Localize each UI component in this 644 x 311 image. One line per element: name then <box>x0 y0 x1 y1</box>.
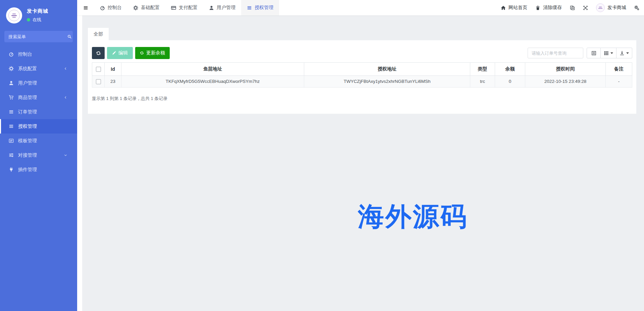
bars-icon <box>83 5 88 10</box>
tab-all[interactable]: 全部 <box>88 28 109 40</box>
trash-icon <box>535 5 540 10</box>
caret-down-icon <box>626 52 629 54</box>
gauge-icon <box>9 52 14 57</box>
cell-id: 23 <box>105 76 121 88</box>
account-label: 发卡商城 <box>607 5 626 11</box>
sidebar-item-system-config[interactable]: 系统配置 <box>0 61 77 76</box>
user-icon <box>209 5 214 10</box>
topnav-tab-label: 控制台 <box>108 5 122 11</box>
gear-icon <box>133 5 138 10</box>
sidebar-search[interactable] <box>4 31 73 42</box>
list-alt-icon <box>591 51 596 56</box>
toggle-view-button[interactable] <box>587 48 601 58</box>
cart-icon <box>9 95 14 100</box>
col-header-type[interactable]: 类型 <box>470 63 495 76</box>
sidebar-item-order-management[interactable]: 订单管理 <box>0 105 77 119</box>
columns-grid-icon <box>604 51 609 56</box>
refresh-button[interactable] <box>92 47 105 59</box>
row-checkbox[interactable] <box>96 79 101 84</box>
menu-search-input[interactable] <box>8 34 67 39</box>
sidebar-item-label: 授权管理 <box>18 123 37 129</box>
edit-button-label: 编辑 <box>118 50 128 56</box>
brand-title: 发卡商城 <box>27 8 48 14</box>
sidebar-item-label: 控制台 <box>18 51 32 57</box>
brand-logo <box>8 10 20 21</box>
expand-icon <box>583 5 588 10</box>
main-area: 全部 编辑 更新余额 <box>77 15 644 311</box>
home-icon <box>501 5 506 10</box>
topnav-tab-dashboard[interactable]: 控制台 <box>94 0 127 15</box>
gear-icon <box>9 66 14 71</box>
online-dot <box>27 18 30 21</box>
avatar[interactable] <box>6 7 22 23</box>
cell-balance: 0 <box>495 76 525 88</box>
site-home-label: 网站首页 <box>508 5 527 11</box>
sidebar-item-template-management[interactable]: 模板管理 <box>0 134 77 148</box>
sidebar-item-plugin-management[interactable]: 插件管理 <box>0 162 77 177</box>
topnav-tab-auth-management[interactable]: 授权管理 <box>241 0 279 15</box>
col-header-balance[interactable]: 余额 <box>495 63 525 76</box>
sidebar-item-product-management[interactable]: 商品管理 <box>0 90 77 105</box>
sidebar-header: 发卡商城 在线 <box>0 0 77 25</box>
refresh-icon <box>96 51 101 56</box>
topnav-tab-basic-config[interactable]: 基础配置 <box>127 0 165 15</box>
sidebar-item-dashboard[interactable]: 控制台 <box>0 47 77 61</box>
records-summary: 显示第 1 到第 1 条记录，总共 1 条记录 <box>92 96 632 102</box>
sidebar-item-label: 系统配置 <box>18 66 37 72</box>
toolbar-right <box>528 48 632 58</box>
search-icon[interactable] <box>67 35 71 39</box>
edit-button[interactable]: 编辑 <box>107 47 133 59</box>
topbar-right: 网站首页 清除缓存 发卡商城 <box>501 0 644 15</box>
update-balance-label: 更新余额 <box>146 50 165 56</box>
plug-icon <box>9 167 14 172</box>
account-menu[interactable]: 发卡商城 <box>596 3 626 12</box>
language-switch-button[interactable] <box>570 5 575 10</box>
site-home-link[interactable]: 网站首页 <box>501 5 527 11</box>
sidebar-menu: 控制台 系统配置 用户管理 商品管理 订单管理 授权管理 模板管理 <box>0 47 77 177</box>
col-header-auth-time[interactable]: 授权时间 <box>525 63 606 76</box>
order-search-input[interactable] <box>528 48 583 58</box>
cogs-icon <box>634 5 639 10</box>
clear-cache-button[interactable]: 清除缓存 <box>535 5 562 11</box>
sidebar-item-user-management[interactable]: 用户管理 <box>0 76 77 90</box>
cell-auth-time: 2022-10-15 23:49:28 <box>525 76 606 88</box>
refresh-icon <box>140 51 144 55</box>
sidebar-item-label: 商品管理 <box>18 95 37 101</box>
sidebar-item-integration-management[interactable]: 对接管理 <box>0 148 77 162</box>
online-status: 在线 <box>27 17 48 23</box>
filter-tabs-row: 全部 <box>82 15 644 40</box>
col-header-id[interactable]: Id <box>105 63 121 76</box>
sidebar-item-label: 插件管理 <box>18 167 37 173</box>
settings-button[interactable] <box>634 5 639 10</box>
list-icon <box>247 5 252 10</box>
columns-button[interactable] <box>601 48 616 58</box>
fullscreen-button[interactable] <box>583 5 588 10</box>
sidebar-item-label: 用户管理 <box>18 80 37 86</box>
table-header-row: Id 鱼苗地址 授权地址 类型 余额 授权时间 备注 <box>92 63 632 76</box>
col-header-seed-address[interactable]: 鱼苗地址 <box>121 63 304 76</box>
sidebar-item-label: 模板管理 <box>18 138 37 144</box>
template-icon <box>9 138 14 143</box>
col-header-auth-address[interactable]: 授权地址 <box>304 63 470 76</box>
hamburger-menu-icon[interactable] <box>77 0 94 15</box>
table-row[interactable]: 23 TKFqXMyfrD5G5WccEBHuaqDXworPSYm7hz TW… <box>92 76 632 88</box>
auth-table: Id 鱼苗地址 授权地址 类型 余额 授权时间 备注 23 TKFqXMyfrD… <box>92 62 632 88</box>
table-toolbar: 编辑 更新余额 <box>92 47 632 59</box>
export-button[interactable] <box>616 48 632 58</box>
cell-seed-address: TKFqXMyfrD5G5WccEBHuaqDXworPSYm7hz <box>121 76 304 88</box>
export-icon <box>620 51 625 56</box>
caret-down-icon <box>610 52 613 54</box>
topnav-tab-payment-config[interactable]: 支付配置 <box>165 0 203 15</box>
table-panel: 编辑 更新余额 <box>88 40 636 114</box>
update-balance-button[interactable]: 更新余额 <box>135 47 170 59</box>
col-header-remark[interactable]: 备注 <box>606 63 632 76</box>
sidebar-item-auth-management[interactable]: 授权管理 <box>0 119 77 134</box>
cell-type: trc <box>470 76 495 88</box>
sidebar-item-label: 订单管理 <box>18 109 37 115</box>
topnav-tab-user-management[interactable]: 用户管理 <box>203 0 241 15</box>
select-all-checkbox[interactable] <box>96 67 101 72</box>
cell-remark: - <box>606 76 632 88</box>
language-icon <box>570 5 575 10</box>
topnav-tab-label: 授权管理 <box>255 5 273 11</box>
content-page: 全部 编辑 更新余额 <box>82 15 644 311</box>
